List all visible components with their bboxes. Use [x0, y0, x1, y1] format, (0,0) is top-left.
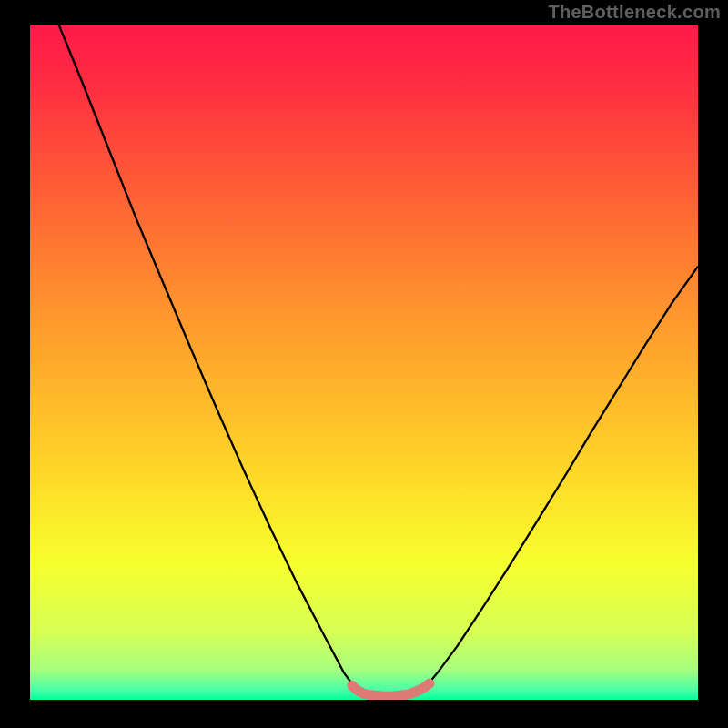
watermark-text: TheBottleneck.com	[548, 2, 721, 23]
chart-frame: TheBottleneck.com	[0, 0, 728, 728]
plot-background	[30, 25, 698, 700]
bottleneck-chart	[0, 0, 728, 728]
